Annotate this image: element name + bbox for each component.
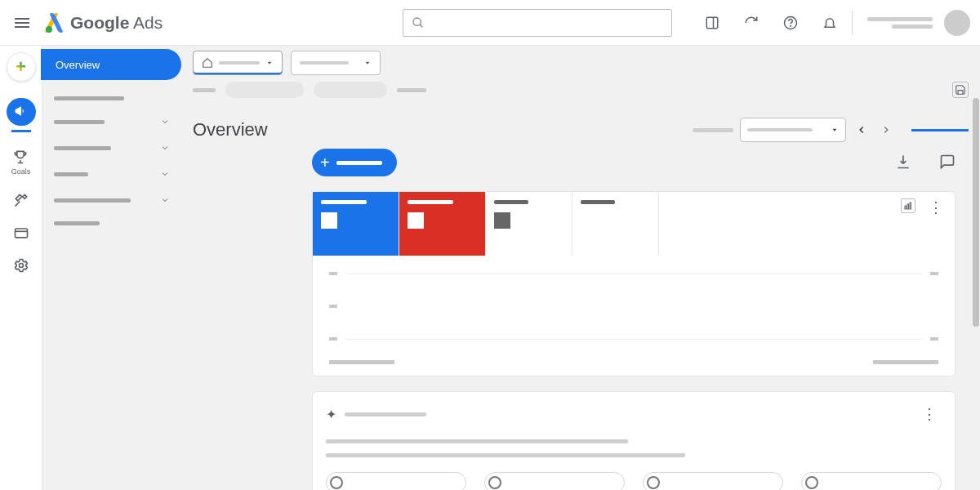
- rail-billing[interactable]: [13, 225, 29, 241]
- sparkle-icon: ✦: [326, 407, 336, 422]
- plus-icon: +: [320, 154, 330, 171]
- svg-point-8: [19, 264, 23, 268]
- metric-tile-4[interactable]: [572, 192, 659, 256]
- google-ads-logo-icon: [42, 11, 65, 34]
- gear-icon: [13, 257, 29, 274]
- brand-logo[interactable]: Google Ads: [42, 11, 163, 34]
- dropdown-icon: [265, 59, 274, 67]
- metric-tile-1[interactable]: [313, 192, 399, 256]
- account-scope-chip[interactable]: [193, 51, 283, 75]
- divider: [852, 11, 853, 35]
- notifications-icon[interactable]: [822, 16, 837, 30]
- rail-tools[interactable]: [13, 192, 29, 208]
- nav-overview[interactable]: Overview: [41, 49, 181, 80]
- recommendation-card: ✦ ⋮: [312, 391, 956, 490]
- plus-icon: +: [16, 58, 26, 76]
- menu-button[interactable]: [10, 13, 34, 33]
- filter-chip-1[interactable]: [225, 82, 304, 98]
- rec-text-1: [326, 439, 628, 443]
- svg-marker-11: [833, 129, 837, 131]
- svg-rect-14: [910, 203, 911, 209]
- rec-text-2: [326, 453, 685, 457]
- date-range-selector[interactable]: [740, 118, 846, 142]
- rail-goals[interactable]: Goals: [11, 149, 31, 176]
- svg-rect-6: [15, 229, 27, 238]
- rec-title: [345, 412, 426, 416]
- scrollbar[interactable]: [973, 98, 979, 327]
- nav-item-3[interactable]: [42, 135, 181, 161]
- chevron-down-icon: [160, 143, 170, 153]
- brand-name-2: Ads: [133, 13, 163, 32]
- chevron-down-icon: [160, 169, 170, 179]
- feedback-icon[interactable]: [939, 154, 956, 170]
- prev-period-button[interactable]: [853, 121, 871, 139]
- new-campaign-button[interactable]: +: [312, 149, 397, 176]
- expand-chart-button[interactable]: [901, 198, 915, 213]
- metric-tile-2[interactable]: [399, 192, 486, 256]
- page-title: Overview: [193, 119, 268, 140]
- nav-item-5[interactable]: [42, 187, 181, 213]
- home-icon: [202, 57, 213, 69]
- campaign-scope-chip[interactable]: [291, 51, 381, 75]
- appearance-icon[interactable]: [705, 16, 719, 30]
- tools-icon: [13, 192, 29, 208]
- rail-goals-label: Goals: [11, 167, 31, 176]
- svg-marker-10: [366, 62, 370, 65]
- svg-rect-2: [706, 17, 718, 29]
- chart-icon: [903, 201, 913, 211]
- refresh-icon[interactable]: [744, 16, 759, 30]
- rail-admin[interactable]: [13, 257, 29, 274]
- brand-name-1: Google: [70, 13, 129, 32]
- svg-marker-9: [268, 62, 272, 65]
- metric-tile-3[interactable]: [486, 192, 572, 256]
- account-switcher[interactable]: [867, 17, 933, 29]
- save-view-button[interactable]: [952, 82, 969, 98]
- nav-item-4[interactable]: [42, 161, 181, 187]
- chart-x-label-start: [329, 360, 394, 364]
- card-menu-button[interactable]: ⋮: [924, 198, 948, 216]
- chevron-down-icon: [160, 117, 170, 127]
- nav-item-6[interactable]: [42, 213, 181, 234]
- compare-label: [693, 128, 733, 132]
- filter-chip-2[interactable]: [314, 82, 387, 98]
- dropdown-icon: [831, 126, 839, 134]
- rec-option-1[interactable]: [326, 472, 466, 490]
- download-icon[interactable]: [895, 154, 911, 170]
- radio-icon: [647, 476, 660, 489]
- radio-icon: [330, 476, 343, 489]
- svg-point-0: [413, 18, 421, 25]
- rec-option-3[interactable]: [643, 472, 783, 490]
- rec-menu-button[interactable]: ⋮: [917, 405, 942, 423]
- radio-icon: [805, 476, 818, 489]
- radio-icon: [488, 476, 501, 489]
- card-actions: ⋮: [659, 192, 955, 256]
- rail-campaigns[interactable]: [7, 98, 36, 132]
- breadcrumb-1: [193, 88, 216, 92]
- performance-chart: [313, 256, 955, 357]
- search-input[interactable]: [403, 9, 672, 37]
- trophy-icon: [12, 149, 29, 165]
- help-icon[interactable]: [783, 16, 798, 30]
- next-period-button[interactable]: [877, 121, 895, 139]
- save-icon: [955, 84, 966, 96]
- dropdown-icon: [363, 59, 372, 67]
- svg-rect-13: [907, 204, 909, 209]
- nav-item-1[interactable]: [42, 88, 181, 109]
- svg-rect-12: [905, 206, 906, 209]
- performance-card: ⋮: [312, 191, 956, 376]
- chevron-down-icon: [160, 195, 170, 205]
- user-avatar[interactable]: [944, 10, 970, 36]
- card-icon: [13, 225, 29, 241]
- svg-line-1: [420, 24, 422, 27]
- search-icon: [412, 16, 425, 29]
- chart-x-label-end: [873, 360, 938, 364]
- rec-option-2[interactable]: [484, 472, 625, 490]
- megaphone-icon: [13, 103, 29, 119]
- svg-point-5: [791, 25, 791, 26]
- rec-option-4[interactable]: [801, 472, 942, 490]
- create-button[interactable]: +: [7, 52, 36, 82]
- breadcrumb-2: [397, 88, 426, 92]
- active-tab-indicator: [911, 129, 969, 131]
- nav-item-2[interactable]: [42, 109, 181, 135]
